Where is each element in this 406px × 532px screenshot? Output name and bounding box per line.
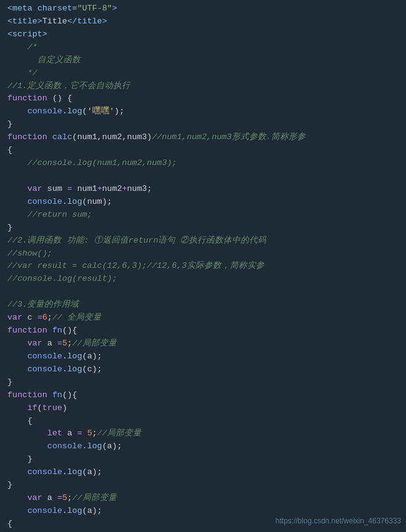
code-line: <script> [5,28,406,41]
code-line: console.log(c); [5,363,406,376]
code-line: var a =5;//局部变量 [5,337,406,350]
code-line: var c =6;// 全局变量 [5,312,406,324]
code-line: //console.log(result); [5,273,406,286]
code-line [5,286,406,299]
code-line: console.log(a); [5,350,406,363]
code-line: //2.调用函数 功能: ①返回值return语句 ②执行函数体中的代码 [5,235,406,248]
code-line: //1.定义函数，它不会自动执行 [5,80,406,93]
code-line: //var result = calc(12,6,3);//12,6,3实际参数… [5,260,406,273]
code-line: } [5,222,406,235]
code-line: console.log(a); [5,466,406,479]
code-line: function calc(num1,num2,num3)//num1,num2… [5,131,406,144]
code-line: if(true) [5,402,406,415]
code-line: 自定义函数 [5,54,406,67]
code-line: } [5,453,406,466]
code-line: } [5,118,406,131]
code-line: function fn(){ [5,389,406,402]
watermark: https://blog.csdn.net/weixin_46376333 [276,515,401,527]
code-line: console.log('嘿嘿'); [5,105,406,118]
code-line: function fn(){ [5,324,406,337]
code-line: */ [5,67,406,80]
code-line: var sum = num1+num2+num3; [5,183,406,196]
code-line: console.log(num); [5,196,406,209]
code-line: { [5,415,406,428]
code-line: //return sum; [5,209,406,222]
code-line: //3.变量的作用域 [5,299,406,312]
code-line: console.log(a); [5,440,406,453]
code-line: /* [5,41,406,54]
code-line: } [5,479,406,492]
code-line [5,170,406,183]
code-line: <meta charset="UTF-8"> [5,2,406,15]
code-editor: <meta charset="UTF-8"><title>Title</titl… [0,0,406,532]
code-line: } [5,376,406,389]
code-line: { [5,144,406,157]
code-line: function () { [5,92,406,105]
code-line: //console.log(num1,num2,num3); [5,157,406,170]
code-line: <title>Title</title> [5,15,406,28]
code-line: let a = 5;//局部变量 [5,427,406,440]
code-line: var a =5;//局部变量 [5,492,406,505]
code-line: //show(); [5,248,406,260]
